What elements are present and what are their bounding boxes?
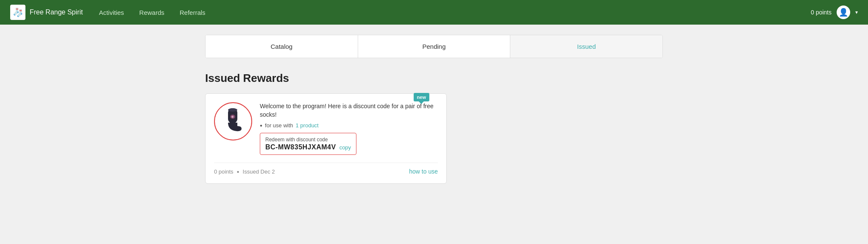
card-body: ✦ Welcome to the program! Here is a disc… [214,102,438,155]
new-badge: new [414,93,429,101]
nav-logo[interactable]: 🧦 Free Range Spirit [10,5,83,20]
product-prefix: for use with [265,122,293,129]
product-link[interactable]: 1 product [296,122,319,129]
chevron-down-icon[interactable]: ▾ [855,9,858,15]
nav-right: 0 points 👤 ▾ [811,6,858,19]
card-footer: 0 points ● Issued Dec 2 how to use [214,163,438,175]
svg-rect-1 [228,108,237,112]
tab-pending[interactable]: Pending [358,35,511,58]
card-description: Welcome to the program! Here is a discou… [260,102,438,119]
tabs: Catalog Pending Issued [205,35,663,58]
nav-links: Activities Rewards Referrals [91,0,811,25]
main-content: Catalog Pending Issued Issued Rewards ne… [197,25,671,194]
tab-issued[interactable]: Issued [510,35,662,58]
logo-text: Free Range Spirit [30,8,83,16]
page-title: Issued Rewards [205,72,663,85]
how-to-use-button[interactable]: how to use [409,168,438,175]
discount-code: BC-MW835HJXAM4V [265,143,336,151]
nav-link-referrals[interactable]: Referrals [172,0,213,25]
nav-link-activities[interactable]: Activities [91,0,131,25]
logo-icon: 🧦 [10,5,25,20]
discount-box: Redeem with discount code BC-MW835HJXAM4… [260,133,356,155]
avatar[interactable]: 👤 [837,6,850,19]
footer-meta: 0 points ● Issued Dec 2 [214,168,275,175]
nav-link-rewards[interactable]: Rewards [132,0,172,25]
reward-card: new ✦ [205,93,447,184]
tab-catalog[interactable]: Catalog [206,35,358,58]
product-line: ● for use with 1 product [260,122,438,129]
nav-points: 0 points [811,9,832,16]
product-image: ✦ [214,102,252,140]
navbar: 🧦 Free Range Spirit Activities Rewards R… [0,0,868,25]
issued-date: Issued Dec 2 [243,168,275,175]
discount-label: Redeem with discount code [265,137,351,143]
discount-code-row: BC-MW835HJXAM4V copy [265,143,351,151]
svg-text:✦: ✦ [231,115,234,119]
points-label: 0 points [214,168,234,175]
bullet-icon: ● [260,123,262,128]
card-info: Welcome to the program! Here is a discou… [260,102,438,155]
footer-dot: ● [237,169,239,174]
copy-button[interactable]: copy [339,144,351,151]
sock-svg-image: ✦ [218,107,248,136]
